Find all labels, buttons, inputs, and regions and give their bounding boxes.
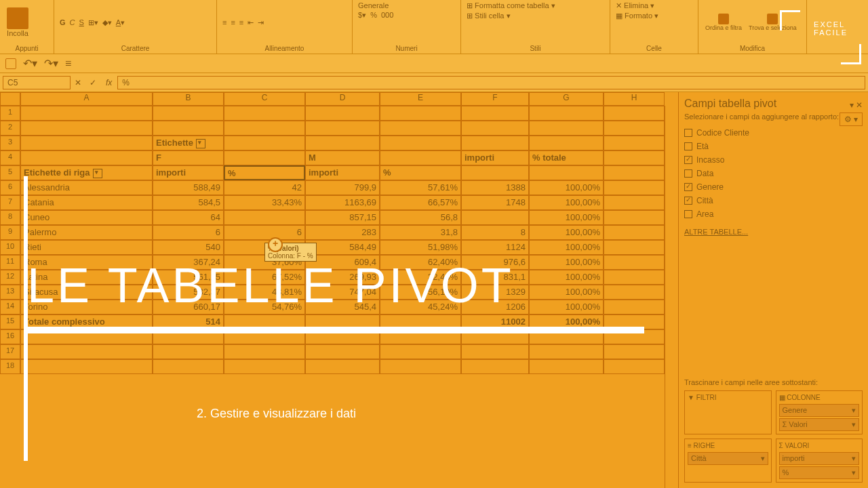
- pivot-field-item[interactable]: Data: [684, 167, 863, 180]
- row-number[interactable]: 11: [0, 255, 20, 270]
- cell[interactable]: 582,37: [153, 285, 224, 300]
- cell[interactable]: [380, 136, 461, 150]
- cell[interactable]: 1329: [461, 285, 529, 300]
- column-header[interactable]: A: [20, 92, 153, 106]
- cell[interactable]: [380, 106, 461, 121]
- italic-button[interactable]: C: [70, 18, 75, 26]
- cell[interactable]: [153, 106, 224, 121]
- cell[interactable]: 857,15: [305, 210, 380, 225]
- cell[interactable]: 100,00%: [529, 240, 604, 255]
- cell[interactable]: 1748: [461, 195, 529, 210]
- cell[interactable]: [224, 136, 305, 150]
- cell[interactable]: [604, 314, 665, 329]
- cell[interactable]: [380, 150, 461, 165]
- align-left-icon[interactable]: ≡: [222, 18, 226, 26]
- cell[interactable]: [20, 150, 153, 165]
- cell[interactable]: Catania: [20, 195, 153, 210]
- cell[interactable]: 269,93: [305, 270, 380, 285]
- pivot-area-righe[interactable]: ≡ RIGHECittà▾: [684, 439, 772, 483]
- save-icon[interactable]: [5, 58, 16, 69]
- cell-styles-button[interactable]: ⊞ Stili cella ▾: [467, 12, 511, 20]
- formula-input[interactable]: %: [117, 76, 865, 89]
- cell[interactable]: [224, 121, 305, 136]
- cell[interactable]: [529, 344, 604, 359]
- cell[interactable]: [461, 136, 529, 150]
- cell[interactable]: [224, 359, 305, 374]
- cell[interactable]: 33,43%: [224, 195, 305, 210]
- cell[interactable]: 31,8: [380, 225, 461, 240]
- cell[interactable]: 1206: [461, 300, 529, 314]
- cell[interactable]: [305, 314, 380, 329]
- dropdown-icon[interactable]: [196, 139, 205, 148]
- cell[interactable]: [604, 106, 665, 121]
- row-number[interactable]: 13: [0, 285, 20, 300]
- cell[interactable]: [20, 136, 153, 150]
- cell[interactable]: [529, 359, 604, 374]
- cell[interactable]: 100,00%: [529, 300, 604, 314]
- cell[interactable]: Siracusa: [20, 285, 153, 300]
- column-header[interactable]: G: [529, 92, 604, 106]
- cell[interactable]: [461, 121, 529, 136]
- cell[interactable]: 561,15: [153, 270, 224, 285]
- cell[interactable]: [20, 359, 153, 374]
- row-number[interactable]: 6: [0, 180, 20, 195]
- pivot-field-item[interactable]: Area: [684, 207, 863, 221]
- checkbox-icon[interactable]: [684, 142, 692, 150]
- cell[interactable]: [461, 359, 529, 374]
- cell[interactable]: 799,9: [305, 180, 380, 195]
- checkbox-icon[interactable]: [684, 169, 692, 178]
- cell[interactable]: [380, 314, 461, 329]
- cell[interactable]: 747,04: [305, 285, 380, 300]
- area-item[interactable]: Città▾: [688, 452, 768, 465]
- cell[interactable]: importi: [153, 165, 224, 180]
- column-header[interactable]: [0, 92, 20, 106]
- row-number[interactable]: 7: [0, 195, 20, 210]
- currency-icon[interactable]: $▾: [358, 11, 366, 20]
- column-header[interactable]: B: [153, 92, 224, 106]
- cell[interactable]: 1163,69: [305, 195, 380, 210]
- cell[interactable]: [604, 121, 665, 136]
- checkbox-icon[interactable]: [684, 197, 692, 205]
- row-number[interactable]: 17: [0, 344, 20, 359]
- cell[interactable]: 43,81%: [224, 285, 305, 300]
- row-number[interactable]: 15: [0, 314, 20, 329]
- cell[interactable]: 100,00%: [529, 270, 604, 285]
- cell[interactable]: 660,17: [153, 300, 224, 314]
- cell[interactable]: [604, 165, 665, 180]
- pivot-field-item[interactable]: Incasso: [684, 153, 863, 167]
- number-format-select[interactable]: Generale: [358, 1, 389, 9]
- redo-icon[interactable]: ↷▾: [44, 57, 58, 70]
- cell[interactable]: [529, 165, 604, 180]
- thousands-button[interactable]: 000: [381, 11, 393, 20]
- cell[interactable]: Roma: [20, 255, 153, 270]
- cell[interactable]: 831,1: [461, 270, 529, 285]
- cell[interactable]: [604, 240, 665, 255]
- column-header[interactable]: C: [224, 92, 305, 106]
- cell[interactable]: 1124: [461, 240, 529, 255]
- cell[interactable]: [461, 106, 529, 121]
- cell[interactable]: [380, 359, 461, 374]
- cell[interactable]: [604, 329, 665, 344]
- cell[interactable]: 545,4: [305, 300, 380, 314]
- cell[interactable]: [305, 329, 380, 344]
- cell[interactable]: 45,24%: [380, 300, 461, 314]
- cell[interactable]: %: [224, 165, 305, 180]
- cell[interactable]: [20, 329, 153, 344]
- cell[interactable]: 100,00%: [529, 210, 604, 225]
- cell[interactable]: [461, 329, 529, 344]
- cell[interactable]: [224, 150, 305, 165]
- column-header[interactable]: D: [305, 92, 380, 106]
- cell[interactable]: [224, 314, 305, 329]
- cell[interactable]: [153, 329, 224, 344]
- format-button[interactable]: ▦ Formato ▾: [616, 12, 658, 20]
- cell[interactable]: [20, 106, 153, 121]
- cell[interactable]: [604, 344, 665, 359]
- undo-icon[interactable]: ↶▾: [23, 57, 37, 70]
- cell[interactable]: 42: [224, 180, 305, 195]
- pivot-close-icon[interactable]: ▾ ✕: [850, 100, 863, 110]
- cell[interactable]: [461, 165, 529, 180]
- cell[interactable]: Etichette di riga: [20, 165, 153, 180]
- row-number[interactable]: 3: [0, 136, 20, 150]
- confirm-formula-icon[interactable]: ✓: [85, 78, 100, 87]
- cell[interactable]: Alessandria: [20, 180, 153, 195]
